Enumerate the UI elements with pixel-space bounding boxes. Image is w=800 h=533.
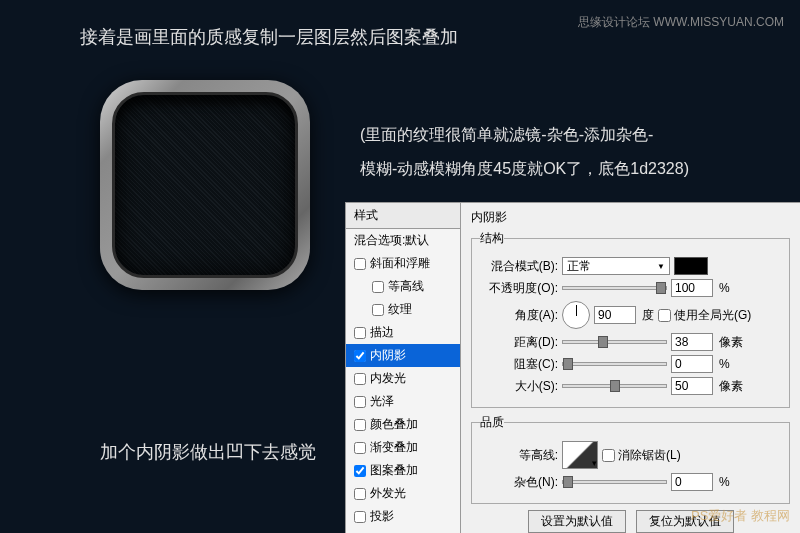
style-texture[interactable]: 纹理 [346, 298, 460, 321]
opacity-label: 不透明度(O): [480, 280, 558, 297]
distance-unit: 像素 [719, 334, 743, 351]
stroke-checkbox[interactable] [354, 327, 366, 339]
bevel-checkbox[interactable] [354, 258, 366, 270]
styles-header: 样式 [346, 203, 460, 229]
distance-slider[interactable] [562, 340, 667, 344]
angle-label: 角度(A): [480, 307, 558, 324]
blend-mode-select[interactable]: 正常 [562, 257, 670, 275]
texture-explanation: (里面的纹理很简单就滤镜-杂色-添加杂色- 模糊-动感模糊角度45度就OK了，底… [360, 118, 689, 186]
explanation-line-1: (里面的纹理很简单就滤镜-杂色-添加杂色- [360, 118, 689, 152]
opacity-slider[interactable] [562, 286, 667, 290]
size-slider[interactable] [562, 384, 667, 388]
style-blend-options[interactable]: 混合选项:默认 [346, 229, 460, 252]
distance-label: 距离(D): [480, 334, 558, 351]
contour-picker[interactable] [562, 441, 598, 469]
size-input[interactable] [671, 377, 713, 395]
color-overlay-checkbox[interactable] [354, 419, 366, 431]
gradient-overlay-checkbox[interactable] [354, 442, 366, 454]
blend-mode-label: 混合模式(B): [480, 258, 558, 275]
distance-input[interactable] [671, 333, 713, 351]
opacity-unit: % [719, 281, 730, 295]
satin-checkbox[interactable] [354, 396, 366, 408]
style-inner-glow[interactable]: 内发光 [346, 367, 460, 390]
noise-label: 杂色(N): [480, 474, 558, 491]
size-label: 大小(S): [480, 378, 558, 395]
icon-preview [100, 80, 310, 290]
angle-unit: 度 [642, 307, 654, 324]
global-light-label[interactable]: 使用全局光(G) [658, 307, 751, 324]
quality-legend: 品质 [480, 414, 504, 431]
outer-glow-checkbox[interactable] [354, 488, 366, 500]
style-stroke[interactable]: 描边 [346, 321, 460, 344]
contour-checkbox[interactable] [372, 281, 384, 293]
anti-alias-label[interactable]: 消除锯齿(L) [602, 447, 681, 464]
angle-input[interactable] [594, 306, 636, 324]
style-gradient-overlay[interactable]: 渐变叠加 [346, 436, 460, 459]
choke-slider[interactable] [562, 362, 667, 366]
header-instruction: 接着是画里面的质感复制一层图层然后图案叠加 [80, 25, 458, 49]
angle-dial[interactable] [562, 301, 590, 329]
inner-shadow-note: 加个内阴影做出凹下去感觉 [100, 440, 316, 464]
set-default-button[interactable]: 设置为默认值 [528, 510, 626, 533]
layer-style-dialog: 样式 混合选项:默认 斜面和浮雕 等高线 纹理 描边 内阴影 内发光 光泽 颜色… [345, 202, 800, 533]
site-watermark: 思缘设计论坛 WWW.MISSYUAN.COM [578, 14, 784, 31]
quality-group: 品质 等高线: 消除锯齿(L) 杂色(N): % [471, 414, 790, 504]
choke-input[interactable] [671, 355, 713, 373]
structure-group: 结构 混合模式(B): 正常 不透明度(O): % 角度(A): 度 使用全局光… [471, 230, 790, 408]
opacity-input[interactable] [671, 279, 713, 297]
pattern-overlay-checkbox[interactable] [354, 465, 366, 477]
explanation-line-2: 模糊-动感模糊角度45度就OK了，底色1d2328) [360, 152, 689, 186]
style-color-overlay[interactable]: 颜色叠加 [346, 413, 460, 436]
panel-title: 内阴影 [471, 209, 790, 226]
style-pattern-overlay[interactable]: 图案叠加 [346, 459, 460, 482]
global-light-checkbox[interactable] [658, 309, 671, 322]
style-outer-glow[interactable]: 外发光 [346, 482, 460, 505]
noise-unit: % [719, 475, 730, 489]
choke-unit: % [719, 357, 730, 371]
corner-watermark: PS爱好者 教程网 [691, 507, 790, 525]
anti-alias-checkbox[interactable] [602, 449, 615, 462]
style-inner-shadow[interactable]: 内阴影 [346, 344, 460, 367]
inner-shadow-properties: 内阴影 结构 混合模式(B): 正常 不透明度(O): % 角度(A): [461, 203, 800, 533]
noise-slider[interactable] [562, 480, 667, 484]
style-bevel[interactable]: 斜面和浮雕 [346, 252, 460, 275]
style-drop-shadow[interactable]: 投影 [346, 505, 460, 528]
contour-label: 等高线: [480, 447, 558, 464]
size-unit: 像素 [719, 378, 743, 395]
shadow-color-swatch[interactable] [674, 257, 708, 275]
icon-inner-texture [112, 92, 298, 278]
styles-list: 样式 混合选项:默认 斜面和浮雕 等高线 纹理 描边 内阴影 内发光 光泽 颜色… [346, 203, 461, 533]
structure-legend: 结构 [480, 230, 504, 247]
drop-shadow-checkbox[interactable] [354, 511, 366, 523]
style-satin[interactable]: 光泽 [346, 390, 460, 413]
inner-shadow-checkbox[interactable] [354, 350, 366, 362]
inner-glow-checkbox[interactable] [354, 373, 366, 385]
texture-checkbox[interactable] [372, 304, 384, 316]
style-contour[interactable]: 等高线 [346, 275, 460, 298]
noise-input[interactable] [671, 473, 713, 491]
choke-label: 阻塞(C): [480, 356, 558, 373]
